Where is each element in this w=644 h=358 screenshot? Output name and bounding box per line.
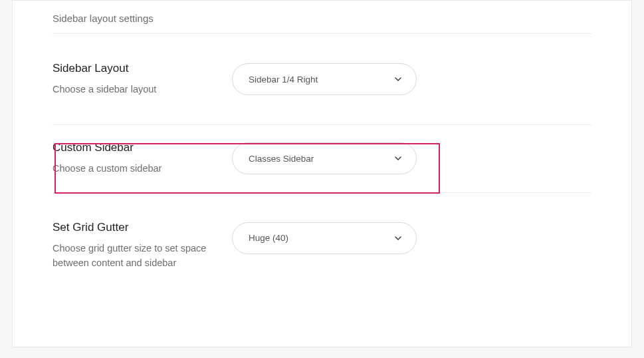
settings-panel: Sidebar layout settings Sidebar Layout C…: [12, 0, 632, 347]
setting-title: Sidebar Layout: [53, 62, 219, 75]
chevron-down-icon: [395, 76, 401, 83]
setting-right: Huge (40): [232, 221, 417, 254]
sidebar-layout-dropdown[interactable]: Sidebar 1/4 Right: [232, 63, 417, 95]
setting-description: Choose a custom sidebar: [53, 161, 219, 176]
custom-sidebar-dropdown[interactable]: Classes Sidebar: [232, 142, 417, 174]
setting-sidebar-layout: Sidebar Layout Choose a sidebar layout S…: [53, 34, 591, 125]
setting-left: Sidebar Layout Choose a sidebar layout: [53, 62, 232, 96]
setting-grid-gutter: Set Grid Gutter Choose grid gutter size …: [53, 193, 591, 289]
setting-right: Classes Sidebar: [232, 141, 417, 174]
dropdown-value: Classes Sidebar: [249, 154, 314, 164]
setting-right: Sidebar 1/4 Right: [232, 62, 417, 95]
chevron-down-icon: [395, 155, 401, 162]
setting-left: Set Grid Gutter Choose grid gutter size …: [53, 221, 232, 271]
setting-description: Choose grid gutter size to set space bet…: [53, 241, 219, 271]
setting-custom-sidebar: Custom Sidebar Choose a custom sidebar C…: [53, 125, 591, 192]
setting-description: Choose a sidebar layout: [53, 82, 219, 96]
section-title: Sidebar layout settings: [53, 1, 591, 34]
grid-gutter-dropdown[interactable]: Huge (40): [232, 222, 417, 254]
setting-title: Set Grid Gutter: [53, 221, 219, 234]
dropdown-value: Huge (40): [249, 233, 288, 243]
dropdown-value: Sidebar 1/4 Right: [249, 75, 318, 85]
setting-title: Custom Sidebar: [53, 141, 219, 154]
chevron-down-icon: [395, 235, 401, 242]
setting-left: Custom Sidebar Choose a custom sidebar: [53, 141, 232, 176]
